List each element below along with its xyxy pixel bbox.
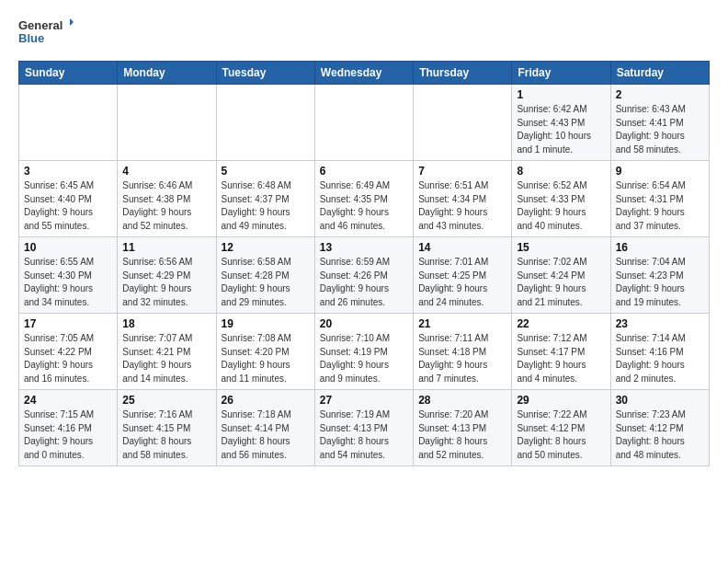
day-number: 27	[320, 394, 408, 407]
day-number: 21	[418, 317, 506, 330]
calendar-cell-w4-d4: 20Sunrise: 7:10 AM Sunset: 4:19 PM Dayli…	[314, 314, 413, 390]
calendar-cell-w1-d6: 1Sunrise: 6:42 AM Sunset: 4:43 PM Daylig…	[512, 85, 610, 161]
day-number: 20	[320, 317, 408, 330]
day-info: Sunrise: 6:52 AM Sunset: 4:33 PM Dayligh…	[517, 179, 605, 233]
day-info: Sunrise: 6:59 AM Sunset: 4:26 PM Dayligh…	[320, 256, 408, 309]
svg-marker-2	[70, 18, 74, 26]
day-info: Sunrise: 7:02 AM Sunset: 4:24 PM Dayligh…	[517, 256, 605, 309]
calendar-cell-w4-d5: 21Sunrise: 7:11 AM Sunset: 4:18 PM Dayli…	[414, 314, 512, 390]
calendar-cell-w2-d3: 5Sunrise: 6:48 AM Sunset: 4:37 PM Daylig…	[216, 161, 314, 237]
day-info: Sunrise: 7:01 AM Sunset: 4:25 PM Dayligh…	[418, 256, 506, 309]
calendar-cell-w1-d4	[314, 85, 413, 161]
header: General Blue	[18, 15, 710, 48]
calendar-cell-w3-d2: 11Sunrise: 6:56 AM Sunset: 4:29 PM Dayli…	[118, 237, 216, 314]
calendar-cell-w5-d6: 29Sunrise: 7:22 AM Sunset: 4:12 PM Dayli…	[512, 390, 610, 466]
day-number: 8	[517, 165, 605, 178]
calendar-cell-w3-d3: 12Sunrise: 6:58 AM Sunset: 4:28 PM Dayli…	[216, 237, 314, 314]
day-number: 12	[222, 241, 310, 254]
day-number: 16	[616, 241, 704, 254]
calendar-cell-w5-d3: 26Sunrise: 7:18 AM Sunset: 4:14 PM Dayli…	[216, 390, 314, 466]
day-number: 1	[517, 88, 605, 101]
day-info: Sunrise: 6:43 AM Sunset: 4:41 PM Dayligh…	[616, 103, 704, 156]
calendar-cell-w5-d5: 28Sunrise: 7:20 AM Sunset: 4:13 PM Dayli…	[414, 390, 512, 466]
day-number: 28	[418, 394, 506, 407]
day-info: Sunrise: 7:11 AM Sunset: 4:18 PM Dayligh…	[418, 332, 506, 385]
day-info: Sunrise: 6:49 AM Sunset: 4:35 PM Dayligh…	[320, 179, 408, 233]
calendar-cell-w2-d4: 6Sunrise: 6:49 AM Sunset: 4:35 PM Daylig…	[314, 161, 413, 237]
day-info: Sunrise: 6:58 AM Sunset: 4:28 PM Dayligh…	[222, 256, 310, 309]
day-number: 6	[320, 165, 408, 178]
day-number: 22	[517, 317, 605, 330]
calendar-cell-w5-d7: 30Sunrise: 7:23 AM Sunset: 4:12 PM Dayli…	[610, 390, 709, 466]
calendar-cell-w4-d2: 18Sunrise: 7:07 AM Sunset: 4:21 PM Dayli…	[118, 314, 216, 390]
day-info: Sunrise: 7:14 AM Sunset: 4:16 PM Dayligh…	[616, 332, 704, 385]
day-number: 15	[517, 241, 605, 254]
day-number: 7	[418, 165, 506, 178]
day-number: 26	[222, 394, 310, 407]
day-info: Sunrise: 6:54 AM Sunset: 4:31 PM Dayligh…	[616, 179, 704, 233]
calendar-cell-w5-d2: 25Sunrise: 7:16 AM Sunset: 4:15 PM Dayli…	[118, 390, 216, 466]
logo: General Blue	[18, 15, 74, 48]
page: General Blue SundayMondayTuesdayWednesda…	[0, 0, 728, 476]
calendar-header-row: SundayMondayTuesdayWednesdayThursdayFrid…	[19, 62, 710, 85]
day-info: Sunrise: 6:55 AM Sunset: 4:30 PM Dayligh…	[24, 256, 112, 309]
calendar-cell-w2-d7: 9Sunrise: 6:54 AM Sunset: 4:31 PM Daylig…	[610, 161, 709, 237]
calendar-cell-w3-d6: 15Sunrise: 7:02 AM Sunset: 4:24 PM Dayli…	[512, 237, 610, 314]
calendar-cell-w2-d2: 4Sunrise: 6:46 AM Sunset: 4:38 PM Daylig…	[118, 161, 216, 237]
day-info: Sunrise: 7:16 AM Sunset: 4:15 PM Dayligh…	[122, 408, 210, 462]
day-number: 4	[122, 165, 210, 178]
calendar-cell-w3-d7: 16Sunrise: 7:04 AM Sunset: 4:23 PM Dayli…	[610, 237, 709, 314]
day-number: 19	[222, 317, 310, 330]
week-row-5: 24Sunrise: 7:15 AM Sunset: 4:16 PM Dayli…	[19, 390, 710, 466]
week-row-2: 3Sunrise: 6:45 AM Sunset: 4:40 PM Daylig…	[19, 161, 710, 237]
day-info: Sunrise: 6:51 AM Sunset: 4:34 PM Dayligh…	[418, 179, 506, 233]
logo-svg: General Blue	[18, 15, 74, 48]
calendar-cell-w4-d3: 19Sunrise: 7:08 AM Sunset: 4:20 PM Dayli…	[216, 314, 314, 390]
calendar-cell-w3-d4: 13Sunrise: 6:59 AM Sunset: 4:26 PM Dayli…	[314, 237, 413, 314]
header-wednesday: Wednesday	[314, 62, 413, 85]
calendar-table: SundayMondayTuesdayWednesdayThursdayFrid…	[18, 61, 710, 466]
day-info: Sunrise: 7:10 AM Sunset: 4:19 PM Dayligh…	[320, 332, 408, 385]
day-number: 2	[616, 88, 704, 101]
day-info: Sunrise: 6:42 AM Sunset: 4:43 PM Dayligh…	[517, 103, 605, 156]
day-info: Sunrise: 7:19 AM Sunset: 4:13 PM Dayligh…	[320, 408, 408, 462]
week-row-3: 10Sunrise: 6:55 AM Sunset: 4:30 PM Dayli…	[19, 237, 710, 314]
day-number: 9	[616, 165, 704, 178]
day-info: Sunrise: 7:07 AM Sunset: 4:21 PM Dayligh…	[122, 332, 210, 385]
day-number: 5	[222, 165, 310, 178]
day-number: 14	[418, 241, 506, 254]
day-info: Sunrise: 6:46 AM Sunset: 4:38 PM Dayligh…	[122, 179, 210, 233]
calendar-cell-w4-d7: 23Sunrise: 7:14 AM Sunset: 4:16 PM Dayli…	[610, 314, 709, 390]
day-number: 23	[616, 317, 704, 330]
header-sunday: Sunday	[19, 62, 118, 85]
calendar-cell-w4-d6: 22Sunrise: 7:12 AM Sunset: 4:17 PM Dayli…	[512, 314, 610, 390]
day-info: Sunrise: 7:04 AM Sunset: 4:23 PM Dayligh…	[616, 256, 704, 309]
week-row-1: 1Sunrise: 6:42 AM Sunset: 4:43 PM Daylig…	[19, 85, 710, 161]
svg-text:Blue: Blue	[18, 31, 44, 45]
header-thursday: Thursday	[414, 62, 512, 85]
day-info: Sunrise: 7:05 AM Sunset: 4:22 PM Dayligh…	[24, 332, 112, 385]
calendar-cell-w1-d2	[118, 85, 216, 161]
day-info: Sunrise: 7:08 AM Sunset: 4:20 PM Dayligh…	[222, 332, 310, 385]
calendar-cell-w1-d3	[216, 85, 314, 161]
day-info: Sunrise: 7:12 AM Sunset: 4:17 PM Dayligh…	[517, 332, 605, 385]
day-info: Sunrise: 7:20 AM Sunset: 4:13 PM Dayligh…	[418, 408, 506, 462]
week-row-4: 17Sunrise: 7:05 AM Sunset: 4:22 PM Dayli…	[19, 314, 710, 390]
header-friday: Friday	[512, 62, 610, 85]
calendar-cell-w5-d4: 27Sunrise: 7:19 AM Sunset: 4:13 PM Dayli…	[314, 390, 413, 466]
calendar-cell-w1-d1	[19, 85, 118, 161]
calendar-cell-w4-d1: 17Sunrise: 7:05 AM Sunset: 4:22 PM Dayli…	[19, 314, 118, 390]
day-number: 24	[24, 394, 112, 407]
day-info: Sunrise: 7:23 AM Sunset: 4:12 PM Dayligh…	[616, 408, 704, 462]
day-number: 3	[24, 165, 112, 178]
header-saturday: Saturday	[610, 62, 709, 85]
day-info: Sunrise: 6:45 AM Sunset: 4:40 PM Dayligh…	[24, 179, 112, 233]
calendar-cell-w2-d5: 7Sunrise: 6:51 AM Sunset: 4:34 PM Daylig…	[414, 161, 512, 237]
header-tuesday: Tuesday	[216, 62, 314, 85]
day-info: Sunrise: 6:48 AM Sunset: 4:37 PM Dayligh…	[222, 179, 310, 233]
header-monday: Monday	[118, 62, 216, 85]
svg-text:General: General	[18, 18, 63, 32]
day-info: Sunrise: 7:22 AM Sunset: 4:12 PM Dayligh…	[517, 408, 605, 462]
calendar-cell-w2-d6: 8Sunrise: 6:52 AM Sunset: 4:33 PM Daylig…	[512, 161, 610, 237]
day-number: 13	[320, 241, 408, 254]
